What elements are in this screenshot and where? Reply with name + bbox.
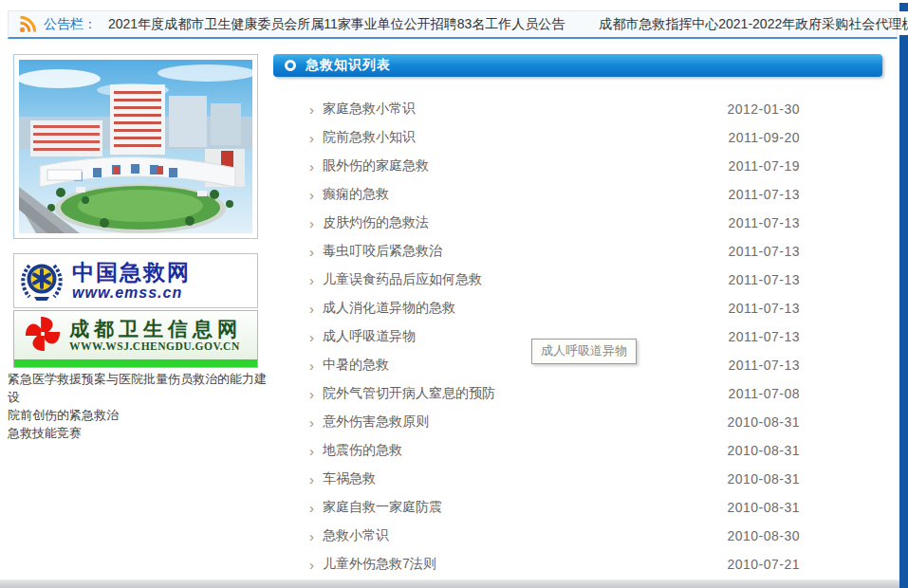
article-row: › 意外伤害急救原则 2010-08-31: [273, 408, 898, 436]
article-row: › 癫痫的急救 2011-07-13: [273, 180, 898, 209]
article-link[interactable]: 成人消化道异物的急救: [323, 300, 728, 317]
sidebar-link[interactable]: 院前创伤的紧急救治: [8, 406, 273, 424]
arrow-bullet-icon: ›: [309, 358, 323, 373]
arrow-bullet-icon: ›: [309, 102, 323, 117]
green-bar: [14, 359, 257, 367]
arrow-bullet-icon: ›: [309, 501, 323, 515]
article-date: 2011-07-13: [728, 244, 800, 259]
article-date: 2010-08-31: [727, 414, 800, 430]
article-row: › 家庭自救一家庭防震 2010-08-31: [273, 493, 898, 522]
chengdu-health-logo-banner[interactable]: 成都卫生信息网 WWW.WSJ.CHENGDU.GOV.CN: [13, 310, 258, 368]
article-link[interactable]: 院外气管切开病人窒息的预防: [323, 385, 728, 402]
rss-icon: [18, 15, 37, 34]
top-right-corner-strip: [899, 3, 908, 11]
article-row: › 地震伤的急救 2010-08-31: [273, 436, 898, 465]
sidebar-link[interactable]: 紧急医学救援预案与医院批量伤员救治的能力建设: [8, 370, 273, 406]
article-row: › 车祸急救 2010-08-31: [273, 465, 898, 493]
article-date: 2012-01-30: [727, 101, 800, 117]
arrow-bullet-icon: ›: [309, 216, 323, 230]
article-date: 2011-07-13: [728, 329, 800, 344]
arrow-bullet-icon: ›: [309, 188, 323, 202]
arrow-bullet-icon: ›: [309, 415, 323, 430]
article-date: 2011-07-08: [728, 386, 800, 401]
right-edge-strip: [899, 35, 908, 588]
announcement-link[interactable]: 2021年度成都市卫生健康委员会所属11家事业单位公开招聘83名工作人员公告: [108, 16, 565, 33]
star-of-life-emblem-icon: [20, 259, 64, 303]
article-date: 2011-09-20: [728, 130, 800, 145]
hospital-campus-photo: [19, 60, 252, 233]
article-date: 2010-08-31: [727, 443, 800, 458]
article-link[interactable]: 毒虫叮咬后紧急救治: [323, 243, 728, 260]
announcement-link[interactable]: 成都市急救指挥中心2021-2022年政府采购社会代理机构比选项目比选结果公示: [599, 16, 908, 33]
article-date: 2011-07-13: [728, 358, 800, 373]
arrow-bullet-icon: ›: [309, 472, 323, 487]
article-row: › 家庭急救小常识 2012-01-30: [273, 95, 898, 123]
article-link[interactable]: 意外伤害急救原则: [323, 413, 727, 431]
article-date: 2010-08-31: [727, 471, 800, 487]
article-date: 2011-07-13: [728, 187, 800, 202]
article-row: › 院外气管切开病人窒息的预防 2011-07-08: [273, 379, 898, 408]
article-row: › 儿童误食药品后应如何急救 2011-07-13: [273, 266, 898, 294]
article-row: › 眼外伤的家庭急救 2011-07-19: [273, 152, 898, 180]
article-date: 2011-07-13: [728, 272, 800, 287]
footer-bar: [0, 579, 899, 588]
circle-ring-icon: [285, 60, 296, 71]
emss-logo-banner[interactable]: 中国急救网 www.emss.cn: [13, 253, 258, 308]
article-row: › 成人消化道异物的急救 2011-07-13: [273, 294, 898, 322]
announcement-label: 公告栏：: [44, 16, 97, 33]
page: 公告栏： 2021年度成都市卫生健康委员会所属11家事业单位公开招聘83名工作人…: [0, 0, 908, 588]
arrow-bullet-icon: ›: [309, 330, 323, 344]
sidebar-link[interactable]: 急救技能竞赛: [8, 424, 273, 442]
article-row: › 急救小常识 2010-08-30: [273, 522, 898, 550]
chengdu-health-url: WWW.WSJ.CHENGDU.GOV.CN: [69, 340, 242, 353]
article-link[interactable]: 儿童误食药品后应如何急救: [323, 271, 728, 288]
article-link[interactable]: 成人呼吸道异物: [323, 328, 728, 345]
article-link[interactable]: 家庭急救小常识: [323, 101, 727, 118]
article-row: › 院前急救小知识 2011-09-20: [273, 123, 898, 152]
article-link[interactable]: 眼外伤的家庭急救: [323, 157, 728, 175]
announcement-bar: 公告栏： 2021年度成都市卫生健康委员会所属11家事业单位公开招聘83名工作人…: [8, 10, 898, 39]
article-date: 2010-08-30: [727, 528, 800, 543]
article-link[interactable]: 中暑的急救: [323, 357, 728, 374]
pinwheel-cross-icon: [24, 315, 62, 353]
article-date: 2011-07-13: [728, 215, 800, 230]
arrow-bullet-icon: ›: [309, 444, 323, 458]
sidebar-links: 紧急医学救援预案与医院批量伤员救治的能力建设院前创伤的紧急救治急救技能竞赛: [8, 370, 273, 442]
article-date: 2010-08-31: [727, 500, 800, 515]
article-date: 2011-07-19: [728, 158, 800, 174]
arrow-bullet-icon: ›: [309, 245, 323, 259]
article-link[interactable]: 皮肤灼伤的急救法: [323, 214, 728, 231]
announcement-items: 2021年度成都市卫生健康委员会所属11家事业单位公开招聘83名工作人员公告成都…: [108, 16, 908, 33]
chengdu-health-title: 成都卫生信息网: [69, 318, 242, 340]
list-header-title: 急救知识列表: [306, 57, 391, 74]
emss-url: www.emss.cn: [72, 285, 191, 301]
arrow-bullet-icon: ›: [309, 273, 323, 287]
arrow-bullet-icon: ›: [309, 131, 323, 145]
article-date: 2010-07-21: [727, 557, 800, 572]
article-link[interactable]: 车祸急救: [323, 470, 727, 487]
list-header-bar: 急救知识列表: [273, 54, 882, 77]
article-link[interactable]: 儿童外伤急救7法则: [323, 556, 727, 573]
arrow-bullet-icon: ›: [309, 529, 323, 543]
hospital-photo-box[interactable]: [13, 54, 258, 239]
emss-title: 中国急救网: [72, 261, 191, 285]
article-link[interactable]: 急救小常识: [323, 527, 727, 544]
arrow-bullet-icon: ›: [309, 302, 323, 316]
article-row: › 皮肤灼伤的急救法 2011-07-13: [273, 209, 898, 237]
article-row: › 毒虫叮咬后紧急救治 2011-07-13: [273, 237, 898, 266]
arrow-bullet-icon: ›: [309, 558, 323, 572]
article-row: › 儿童外伤急救7法则 2010-07-21: [273, 550, 898, 579]
article-link[interactable]: 地震伤的急救: [323, 442, 727, 459]
article-link[interactable]: 家庭自救一家庭防震: [323, 499, 727, 516]
hover-tooltip: 成人呼吸道异物: [531, 339, 637, 364]
arrow-bullet-icon: ›: [309, 387, 323, 401]
article-link[interactable]: 癫痫的急救: [323, 186, 728, 203]
article-list: › 家庭急救小常识 2012-01-30 › 院前急救小知识 2011-09-2…: [273, 95, 898, 579]
arrow-bullet-icon: ›: [309, 159, 323, 174]
article-date: 2011-07-13: [728, 301, 800, 316]
article-link[interactable]: 院前急救小知识: [323, 129, 728, 146]
